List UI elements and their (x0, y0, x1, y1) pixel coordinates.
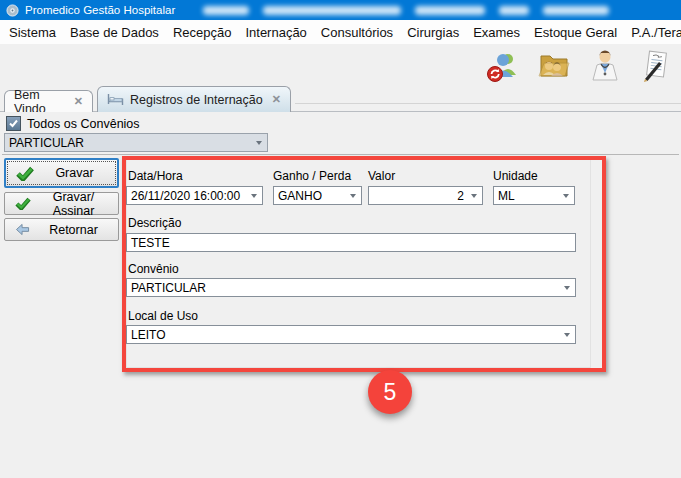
doctor-icon[interactable] (586, 47, 624, 85)
menu-recepcao[interactable]: Recepção (166, 25, 239, 40)
menu-internacao[interactable]: Internação (238, 25, 313, 40)
todos-convenios-row: Todos os Convênios (6, 116, 140, 131)
close-icon[interactable]: ✕ (74, 96, 83, 107)
app-logo-icon (6, 4, 19, 17)
patients-folder-icon[interactable] (535, 47, 573, 85)
step-5-badge: 5 (368, 370, 412, 414)
check-icon (15, 197, 31, 210)
signed-document-icon[interactable] (637, 47, 675, 85)
menu-sistema[interactable]: Sistema (2, 25, 63, 40)
highlight-rectangle (122, 156, 606, 372)
tab-registros-internacao[interactable]: Registros de Internação ✕ (97, 86, 291, 112)
menu-cirurgias[interactable]: Cirurgias (400, 25, 466, 40)
menu-exames[interactable]: Exames (466, 25, 527, 40)
tab-bar: Bem Vindo ✕ Registros de Internação ✕ (0, 86, 681, 112)
todos-convenios-checkbox[interactable] (6, 116, 21, 131)
menu-base-de-dados[interactable]: Base de Dados (63, 25, 166, 40)
convenio-filter-value: PARTICULAR (9, 136, 84, 150)
close-icon[interactable]: ✕ (272, 94, 281, 105)
title-bar: Promedico Gestão Hospitalar (0, 0, 681, 20)
hospital-bed-icon (107, 93, 124, 106)
refresh-patients-icon[interactable] (484, 47, 522, 85)
gravar-label: Gravar (42, 166, 107, 180)
redacted-text (203, 6, 249, 15)
gravar-assinar-button[interactable]: Gravar/ Assinar (4, 192, 119, 215)
redacted-text (415, 6, 485, 15)
group-divider (2, 154, 679, 155)
gravar-button[interactable]: Gravar (4, 158, 119, 188)
convenio-filter-dropdown[interactable]: PARTICULAR (4, 133, 268, 152)
redacted-text (543, 6, 609, 15)
gravar-assinar-label: Gravar/ Assinar (39, 190, 108, 218)
chevron-down-icon (256, 141, 262, 145)
redacted-text (499, 6, 529, 15)
tab-bem-vindo[interactable]: Bem Vindo ✕ (4, 90, 93, 112)
arrow-left-icon (15, 223, 31, 236)
tab-strip-line (295, 103, 681, 104)
retornar-label: Retornar (39, 223, 108, 237)
todos-convenios-label: Todos os Convênios (27, 117, 140, 131)
tab-registros-label: Registros de Internação (130, 93, 263, 107)
redacted-text (263, 6, 401, 15)
menu-pa-terapias[interactable]: P.A./Terapias (624, 25, 681, 40)
redacted-titlebar-info (203, 6, 609, 15)
window-title: Promedico Gestão Hospitalar (25, 4, 175, 16)
check-icon (8, 118, 19, 129)
menu-consultorios[interactable]: Consultórios (314, 25, 400, 40)
toolbar (0, 44, 681, 86)
menu-bar: Sistema Base de Dados Recepção Internaçã… (0, 20, 681, 44)
step-number: 5 (384, 379, 397, 406)
menu-estoque-geral[interactable]: Estoque Geral (527, 25, 624, 40)
retornar-button[interactable]: Retornar (4, 218, 119, 241)
check-icon (16, 166, 34, 181)
app-window: { "titlebar": { "app_title": "Promedico … (0, 0, 681, 478)
